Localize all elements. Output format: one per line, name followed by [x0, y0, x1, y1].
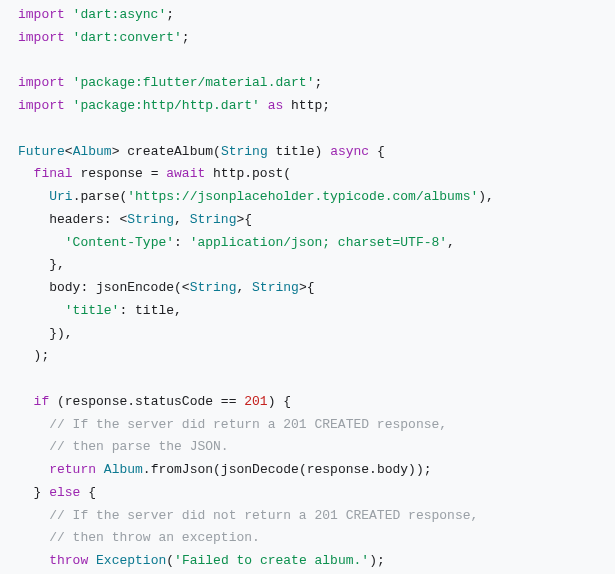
token-punct: ( [213, 144, 221, 159]
token-punct: ); [18, 348, 49, 363]
token-str: 'package:flutter/material.dart' [73, 75, 315, 90]
code-line [18, 118, 597, 141]
code-line: // then throw an exception. [18, 527, 597, 550]
token-punct: ; [166, 7, 174, 22]
code-line: 'Content-Type': 'application/json; chars… [18, 232, 597, 255]
token-type: String [190, 212, 237, 227]
token-kw: import [18, 98, 73, 113]
token-kw: if [34, 394, 50, 409]
code-line: import 'package:flutter/material.dart'; [18, 72, 597, 95]
code-line: import 'dart:async'; [18, 4, 597, 27]
token-punct [18, 189, 49, 204]
token-num: 201 [244, 394, 267, 409]
token-punct [18, 394, 34, 409]
token-kw: final [34, 166, 73, 181]
token-punct: ( [166, 553, 174, 568]
token-ident: body: jsonEncode(< [18, 280, 190, 295]
code-line: } else { [18, 482, 597, 505]
token-punct [18, 166, 34, 181]
token-kw: return [49, 462, 96, 477]
token-punct: , [236, 280, 252, 295]
token-punct: }, [18, 257, 65, 272]
token-punct: ; [314, 75, 322, 90]
token-punct [18, 235, 65, 250]
code-line: import 'package:http/http.dart' as http; [18, 95, 597, 118]
token-type: Album [73, 144, 112, 159]
token-punct: : [174, 235, 190, 250]
token-punct [18, 439, 49, 454]
token-ident: createAlbum [127, 144, 213, 159]
token-kw: async [330, 144, 369, 159]
code-block: import 'dart:async';import 'dart:convert… [0, 0, 615, 574]
token-type: Exception [96, 553, 166, 568]
code-line: }), [18, 323, 597, 346]
code-line: if (response.statusCode == 201) { [18, 391, 597, 414]
token-kw: else [49, 485, 80, 500]
token-punct: , [174, 212, 190, 227]
token-punct: } [18, 485, 49, 500]
token-ident: : title, [119, 303, 181, 318]
token-kw: as [260, 98, 291, 113]
token-ident: (response.statusCode == [49, 394, 244, 409]
code-line [18, 50, 597, 73]
code-line: 'title': title, [18, 300, 597, 323]
token-ident: headers: < [18, 212, 127, 227]
token-punct: , [447, 235, 455, 250]
code-line: Future<Album> createAlbum(String title) … [18, 141, 597, 164]
code-line: import 'dart:convert'; [18, 27, 597, 50]
token-punct: ); [369, 553, 385, 568]
token-punct [18, 417, 49, 432]
token-kw: await [166, 166, 205, 181]
token-ident: .fromJson(jsonDecode(response.body)); [143, 462, 432, 477]
token-str: 'dart:convert' [73, 30, 182, 45]
token-punct: { [369, 144, 385, 159]
token-ident: .parse( [73, 189, 128, 204]
token-punct [18, 530, 49, 545]
token-type: String [190, 280, 237, 295]
token-punct: ) { [268, 394, 291, 409]
token-str: 'Content-Type' [65, 235, 174, 250]
token-punct: ), [478, 189, 494, 204]
token-comment: // then throw an exception. [49, 530, 260, 545]
token-type: String [252, 280, 299, 295]
token-type: String [221, 144, 268, 159]
token-punct: < [65, 144, 73, 159]
token-ident: title) [268, 144, 330, 159]
token-str: 'Failed to create album.' [174, 553, 369, 568]
token-punct: ; [322, 98, 330, 113]
code-line [18, 368, 597, 391]
token-punct [18, 303, 65, 318]
token-punct: ; [182, 30, 190, 45]
token-type: Uri [49, 189, 72, 204]
token-comment: // If the server did not return a 201 CR… [49, 508, 478, 523]
code-line: ); [18, 345, 597, 368]
token-ident: response = [73, 166, 167, 181]
code-line: final response = await http.post( [18, 163, 597, 186]
token-kw: import [18, 75, 73, 90]
token-type: Future [18, 144, 65, 159]
token-str: 'application/json; charset=UTF-8' [190, 235, 447, 250]
token-punct [18, 553, 49, 568]
code-line: Uri.parse('https://jsonplaceholder.typic… [18, 186, 597, 209]
token-comment: // then parse the JSON. [49, 439, 228, 454]
token-type: Album [104, 462, 143, 477]
code-line: throw Exception('Failed to create album.… [18, 550, 597, 573]
token-ident: http.post( [205, 166, 291, 181]
token-punct [88, 553, 96, 568]
token-str: 'https://jsonplaceholder.typicode.com/al… [127, 189, 478, 204]
token-punct: { [80, 485, 96, 500]
token-punct [96, 462, 104, 477]
token-str: 'title' [65, 303, 120, 318]
token-punct: >{ [236, 212, 252, 227]
token-ident: http [291, 98, 322, 113]
token-punct [18, 462, 49, 477]
code-line: return Album.fromJson(jsonDecode(respons… [18, 459, 597, 482]
code-line: headers: <String, String>{ [18, 209, 597, 232]
token-punct [18, 508, 49, 523]
token-kw: throw [49, 553, 88, 568]
token-str: 'package:http/http.dart' [73, 98, 260, 113]
token-kw: import [18, 30, 73, 45]
code-line: body: jsonEncode(<String, String>{ [18, 277, 597, 300]
token-punct: > [112, 144, 128, 159]
token-str: 'dart:async' [73, 7, 167, 22]
